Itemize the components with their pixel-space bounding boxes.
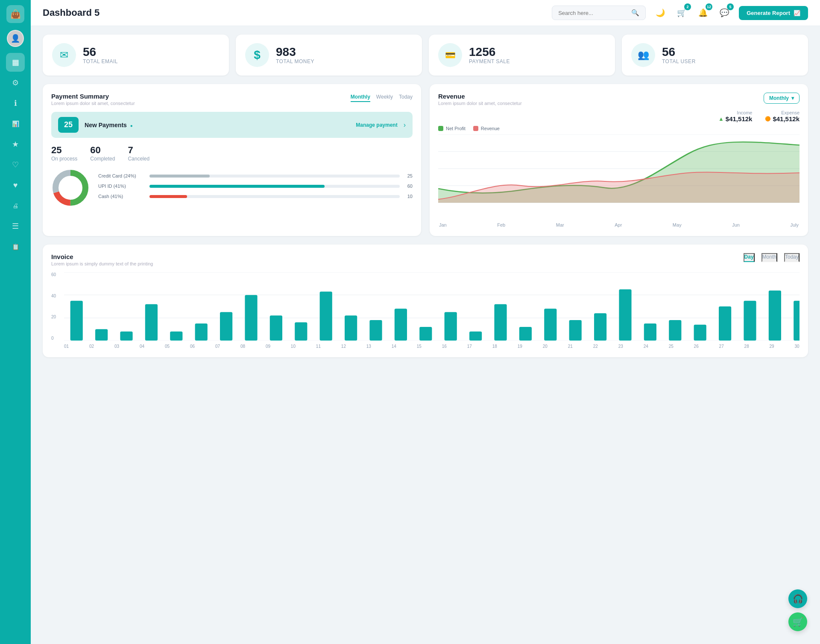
cash-fill (149, 195, 187, 198)
list-icon: 📋 (12, 243, 19, 250)
canceled-stat: 7 Canceled (128, 145, 149, 162)
invoice-bar (320, 291, 332, 341)
completed-label: Completed (90, 156, 115, 162)
revenue-header: Revenue Lorem ipsum dolor sit amet, cons… (438, 93, 800, 106)
payment-tab-monthly[interactable]: Monthly (351, 93, 370, 102)
sidebar-item-heart-filled[interactable]: ♥ (6, 176, 25, 195)
net-profit-label: Net Profit (446, 126, 466, 131)
invoice-bar (494, 304, 507, 341)
fab-support-button[interactable]: 🎧 (788, 589, 807, 608)
legend-revenue: Revenue (473, 126, 500, 131)
monthly-label: Monthly (769, 95, 789, 101)
sidebar-logo[interactable]: 👜 (6, 5, 24, 23)
cart-button[interactable]: 🛒 2 (674, 5, 689, 20)
revenue-monthly-dropdown[interactable]: Monthly ▾ (764, 93, 800, 104)
bell-button[interactable]: 🔔 12 (695, 5, 711, 20)
invoice-bar (170, 332, 182, 341)
legend-net-profit: Net Profit (438, 126, 466, 131)
dot-indicator: ● (130, 123, 133, 128)
shopping-cart-icon: 🛒 (793, 617, 803, 627)
net-profit-dot (438, 126, 443, 131)
income-value: $41,512k (726, 115, 753, 122)
total-email-icon: ✉ (52, 43, 76, 67)
payment-sale-number: 1256 (469, 46, 510, 59)
stat-card-total-money: $ 983 TOTAL MONEY (236, 35, 422, 76)
generate-report-button[interactable]: Generate Report 📈 (739, 6, 808, 20)
user-avatar[interactable]: 👤 (7, 30, 24, 47)
on-process-stat: 25 On process (51, 145, 77, 162)
sidebar-item-dashboard[interactable]: ▦ (6, 53, 25, 72)
chat-badge: 5 (727, 3, 734, 10)
manage-payment-link[interactable]: Manage payment (356, 122, 397, 128)
payment-tab-weekly[interactable]: Weekly (376, 93, 393, 102)
invoice-bar (794, 301, 800, 341)
wallet-icon: 👜 (10, 9, 21, 19)
invoice-bar (245, 295, 257, 341)
invoice-tab-month[interactable]: Month (761, 253, 777, 262)
invoice-bar (145, 304, 158, 341)
donut-chart (51, 169, 90, 209)
invoice-bar (445, 312, 457, 341)
invoice-bar (369, 320, 382, 341)
invoice-bar (419, 327, 432, 341)
completed-number: 60 (90, 145, 115, 156)
content-area: ✉ 56 TOTAL EMAIL $ 983 TOTAL MONEY 💳 125… (31, 26, 820, 644)
cash-label: Cash (41%) (98, 194, 145, 199)
settings-icon: ⚙ (12, 78, 19, 87)
payment-tab-today[interactable]: Today (399, 93, 413, 102)
search-box[interactable]: 🔍 (552, 6, 646, 20)
credit-card-label: Credit Card (24%) (98, 173, 145, 178)
invoice-y-labels: 0 20 40 60 (51, 272, 56, 341)
revenue-chart: 0 30 60 90 120 (438, 134, 800, 220)
sidebar-item-star[interactable]: ★ (6, 135, 25, 154)
info-icon: ℹ (14, 99, 17, 108)
total-money-icon: $ (245, 43, 269, 67)
cash-track (149, 195, 400, 198)
chat-button[interactable]: 💬 5 (717, 5, 732, 20)
fab-area: 🎧 🛒 (788, 589, 807, 631)
menu-icon: ☰ (12, 221, 19, 231)
invoice-card: Invoice Lorem ipsum is simply dummy text… (43, 245, 808, 357)
expense-icon: 🟠 (765, 116, 771, 122)
revenue-dot (473, 126, 478, 131)
invoice-bar (295, 322, 307, 341)
invoice-x-labels: 0102030405060708091011121314151617181920… (64, 344, 800, 349)
dark-mode-toggle[interactable]: 🌙 (653, 5, 668, 20)
income-item: Income ▲ $41,512k (718, 110, 752, 122)
sidebar-item-print[interactable]: 🖨 (6, 196, 25, 215)
print-icon: 🖨 (12, 202, 18, 209)
fab-cart-button[interactable]: 🛒 (788, 612, 807, 631)
sidebar-item-heart-outline[interactable]: ♡ (6, 155, 25, 174)
invoice-tab-day[interactable]: Day (744, 253, 755, 262)
invoice-bar (544, 309, 556, 341)
revenue-area (438, 172, 800, 203)
chevron-down-icon: ▾ (791, 95, 794, 101)
total-email-number: 56 (83, 46, 118, 59)
sidebar-item-analytics[interactable]: 📊 (6, 114, 25, 133)
invoice-subtitle: Lorem ipsum is simply dummy text of the … (51, 261, 153, 266)
invoice-bar (594, 313, 606, 341)
new-payments-label: New Payments ● (85, 122, 350, 128)
sidebar-item-list[interactable]: 📋 (6, 237, 25, 256)
invoice-bar (270, 315, 282, 341)
income-expense-row: Income ▲ $41,512k Expense 🟠 $41,512k (438, 110, 800, 122)
moon-icon: 🌙 (656, 8, 665, 17)
search-input[interactable] (558, 10, 628, 16)
payment-sale-info: 1256 PAYMENT SALE (469, 46, 510, 65)
invoice-bar (644, 323, 656, 341)
bar-row-cash: Cash (41%) 10 (98, 194, 413, 199)
new-payments-text: New Payments (85, 122, 127, 128)
expense-value: $41,512k (773, 115, 800, 122)
on-process-number: 25 (51, 145, 77, 156)
canceled-number: 7 (128, 145, 149, 156)
invoice-tab-today[interactable]: Today (784, 253, 800, 262)
sidebar-item-info[interactable]: ℹ (6, 94, 25, 113)
credit-card-fill (149, 175, 210, 178)
total-user-number: 56 (662, 46, 696, 59)
dashboard-icon: ▦ (12, 58, 19, 67)
sidebar-item-menu[interactable]: ☰ (6, 217, 25, 236)
sidebar-item-settings[interactable]: ⚙ (6, 73, 25, 92)
bell-badge: 12 (706, 3, 712, 10)
revenue-legend-label: Revenue (481, 126, 500, 131)
bell-icon: 🔔 (698, 8, 708, 17)
